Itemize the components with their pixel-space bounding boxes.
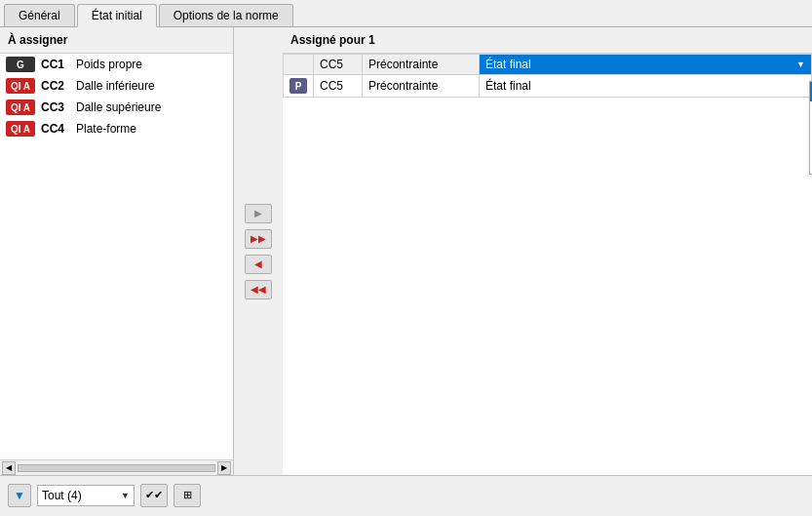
badge-g: G	[6, 57, 35, 72]
tout-label: Tout (4)	[42, 489, 117, 502]
item-code: CC4	[41, 122, 70, 136]
check-icon: ✔✔	[145, 489, 163, 501]
chevron-down-icon: ▼	[796, 60, 805, 69]
list-item[interactable]: QI A CC2 Dalle inférieure	[0, 75, 233, 97]
badge-qia: QI A	[6, 121, 35, 137]
item-label: Poids propre	[76, 58, 142, 71]
left-scrollbar: ◀ ▶	[0, 459, 233, 475]
filter-button[interactable]: ▼	[8, 484, 31, 507]
item-label: Dalle supérieure	[76, 100, 161, 114]
move-right-single-button[interactable]: ▶	[245, 204, 272, 223]
arrows-panel: ▶ ▶▶ ◀ ◀◀	[234, 27, 283, 475]
move-left-double-button[interactable]: ◀◀	[245, 280, 272, 299]
item-code: CC2	[41, 79, 70, 93]
left-panel: À assigner G CC1 Poids propre QI A CC2 D…	[0, 27, 234, 475]
col-header-etat[interactable]: État final ▼	[480, 55, 812, 75]
col-header-code: CC5	[314, 55, 363, 75]
check-all-button[interactable]: ✔✔	[140, 484, 168, 507]
row-badge-cell: P	[284, 75, 314, 98]
tout-select[interactable]: Tout (4) ▼	[37, 485, 135, 506]
list-item[interactable]: QI A CC4 Plate-forme	[0, 118, 233, 139]
scroll-track[interactable]	[18, 464, 215, 472]
badge-qia: QI A	[6, 99, 35, 115]
tab-general[interactable]: Général	[4, 4, 75, 26]
item-code: CC3	[41, 100, 70, 114]
right-panel: Assigné pour 1 CC5 Précontrainte État fi…	[283, 27, 812, 475]
move-left-single-button[interactable]: ◀	[245, 255, 272, 274]
tab-options-norme[interactable]: Options de la norme	[159, 4, 293, 26]
scroll-right-arrow[interactable]: ▶	[217, 461, 231, 475]
filter-icon: ▼	[14, 489, 25, 502]
col-header-name: Précontrainte	[363, 55, 480, 75]
scroll-left-arrow[interactable]: ◀	[2, 461, 16, 475]
left-panel-header: À assigner	[0, 27, 233, 54]
row-name-cell: Précontrainte	[363, 75, 480, 98]
assigned-table: CC5 Précontrainte État final ▼ P	[283, 54, 812, 98]
tab-etat-initial[interactable]: État initial	[77, 4, 157, 27]
table-row[interactable]: P CC5 Précontrainte État final	[284, 75, 812, 98]
bottom-bar: ▼ Tout (4) ▼ ✔✔ ⊞	[0, 475, 812, 514]
grid-button[interactable]: ⊞	[174, 484, 201, 507]
col-header-badge	[284, 55, 314, 75]
badge-qia: QI A	[6, 78, 35, 94]
item-list: G CC1 Poids propre QI A CC2 Dalle inféri…	[0, 54, 233, 459]
list-item[interactable]: G CC1 Poids propre	[0, 54, 233, 75]
grid-icon: ⊞	[183, 489, 192, 501]
list-item[interactable]: QI A CC3 Dalle supérieure	[0, 97, 233, 118]
badge-p: P	[290, 78, 307, 94]
row-code-cell: CC5	[314, 75, 363, 98]
item-code: CC1	[41, 58, 70, 71]
main-content: À assigner G CC1 Poids propre QI A CC2 D…	[0, 27, 812, 475]
right-panel-header: Assigné pour 1	[283, 27, 812, 54]
item-label: Plate-forme	[76, 122, 136, 136]
row-etat-cell: État final	[480, 75, 812, 98]
tab-bar: Général État initial Options de la norme	[0, 0, 812, 27]
item-label: Dalle inférieure	[76, 79, 155, 93]
chevron-down-icon: ▼	[121, 491, 130, 500]
move-right-double-button[interactable]: ▶▶	[245, 229, 272, 249]
etat-dropdown-trigger[interactable]: État final ▼	[485, 58, 805, 71]
